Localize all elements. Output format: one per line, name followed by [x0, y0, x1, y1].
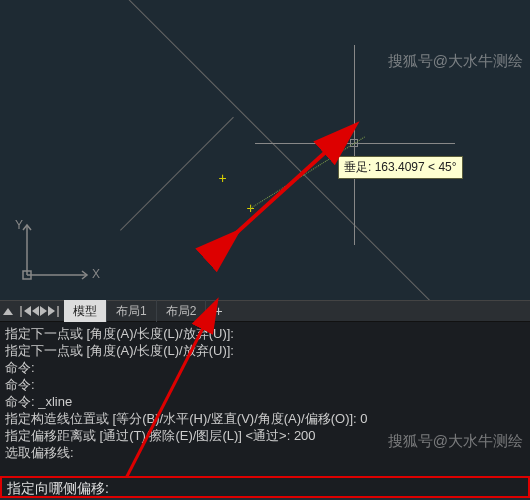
tab-add-button[interactable]: +	[206, 303, 230, 319]
cmd-row: 指定下一点或 [角度(A)/长度(L)/放弃(U)]:	[5, 342, 525, 359]
drawing-viewport[interactable]: + + 垂足: 163.4097 < 45° 搜狐号@大水牛测绘	[0, 0, 530, 300]
snap-point-1: +	[219, 175, 226, 182]
svg-line-0	[212, 148, 330, 255]
watermark-bottom: 搜狐号@大水牛测绘	[388, 432, 523, 449]
cmd-row: 命令: _xline	[5, 393, 525, 410]
construction-line-2	[120, 117, 234, 231]
cmd-row: 命令:	[5, 359, 525, 376]
snap-tooltip: 垂足: 163.4097 < 45°	[338, 156, 463, 179]
tab-menu-icon[interactable]	[3, 308, 13, 315]
cmd-row: 命令:	[5, 376, 525, 393]
command-prompt-text: 指定向哪侧偏移:	[7, 480, 109, 496]
command-history[interactable]: 指定下一点或 [角度(A)/长度(L)/放弃(U)]: 指定下一点或 [角度(A…	[0, 322, 530, 476]
tab-nav-first[interactable]	[18, 306, 31, 317]
tab-nav-prev[interactable]	[32, 306, 39, 316]
cmd-row: 指定构造线位置或 [等分(B)/水平(H)/竖直(V)/角度(A)/偏移(O)]…	[5, 410, 525, 427]
construction-line-1	[69, 0, 530, 300]
tab-nav-last[interactable]	[48, 306, 61, 317]
tab-model[interactable]: 模型	[64, 300, 107, 323]
cmd-row: 指定下一点或 [角度(A)/长度(L)/放弃(U)]:	[5, 325, 525, 342]
ucs-icon: Y X	[12, 220, 102, 290]
tab-nav-next[interactable]	[40, 306, 47, 316]
axis-y-label: Y	[15, 218, 23, 232]
tab-layout1[interactable]: 布局1	[107, 300, 157, 323]
axis-x-label: X	[92, 267, 100, 281]
watermark-top: 搜狐号@大水牛测绘	[388, 52, 523, 71]
command-line[interactable]: 指定向哪侧偏移:	[0, 476, 530, 498]
layout-tab-bar: 模型 布局1 布局2 +	[0, 300, 530, 322]
tab-layout2[interactable]: 布局2	[157, 300, 207, 323]
